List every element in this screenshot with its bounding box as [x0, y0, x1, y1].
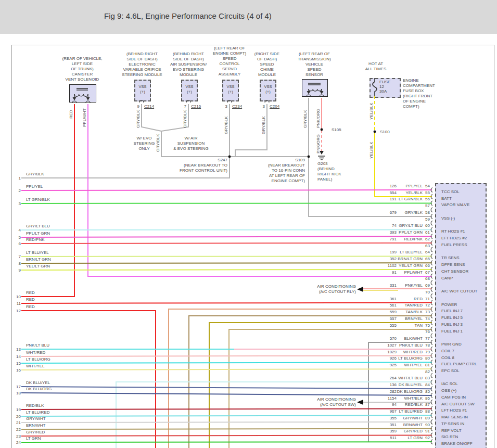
wire-label-yel-blk: YEL/BLK	[369, 103, 374, 120]
pcm-pin-number: 86	[420, 396, 430, 401]
wire-label-red: RED	[69, 110, 73, 119]
servo-pin: 3	[221, 104, 227, 109]
wire	[21, 442, 432, 442]
pcm-pin-number: 59	[420, 217, 430, 222]
wire-label-ppl-wht: PPL/WHT	[82, 108, 87, 127]
pcm-pin-cavity	[431, 334, 432, 338]
pcm-pin-cavity	[431, 373, 432, 378]
pcm-pin-cavity	[431, 287, 432, 292]
pcm-wire-color: BRN/LT GRN	[378, 257, 423, 262]
pcm-wire-color: TAN/BLK	[378, 310, 423, 315]
pcm-pin-cavity	[431, 293, 432, 298]
splice-s247-label: S247 (NEAR BREAKOUT TO FRONT CONTROL UNI…	[165, 158, 227, 173]
left-row-label: GRY/LT BLU	[26, 224, 73, 229]
left-row-number: 13	[14, 347, 21, 352]
wiring-diagram-page: Fig 9: 4.6L, Engine Performance Circuits…	[0, 0, 497, 448]
pcm-wire-color: DK BLU/ORG	[378, 389, 423, 394]
pcm-pin-number: 92	[420, 436, 430, 441]
pcm-pin-number: 79	[420, 350, 430, 355]
left-row-label: RED	[26, 297, 73, 302]
pcm-pin-number: 90	[420, 423, 430, 428]
left-row-number: 19	[14, 407, 21, 413]
left-row-label: RED/PNK	[26, 237, 73, 242]
pcm-pin-label: LFT HO2S #2	[441, 236, 488, 241]
pcm-pin-number: 84	[420, 382, 430, 388]
hot-at-all-times-label: HOT AT ALL TIMES	[355, 61, 397, 72]
pcm-wire-color: WHT/RED	[378, 350, 423, 355]
left-row-number: 15	[14, 361, 21, 366]
left-row-label: BRN/LT GRN	[26, 257, 73, 262]
left-row-label: LT GRN	[26, 436, 73, 441]
pcm-pin-label: LFT HO2S #1	[441, 408, 488, 413]
left-row-label: LT GRN/BLK	[26, 197, 73, 202]
wire-label-pnk-org: PNK/ORG	[316, 134, 321, 153]
pcm-wire-color: TAN	[378, 323, 423, 328]
evo-connector: C214	[144, 104, 154, 109]
air-pin: 7	[180, 104, 186, 109]
pcm-pin-number: 74	[420, 316, 430, 322]
pcm-pin-number: 65	[420, 257, 430, 262]
left-row-label: GRY/WHT	[26, 416, 73, 421]
pcm-pin-label: FUEL INJ 5	[441, 315, 488, 321]
left-row-number: 8	[14, 261, 21, 266]
wire-label-pnk-org: PNK/ORG	[316, 109, 321, 128]
ground-g203-label: G203 (BEHIND RIGHT KICK PANEL)	[317, 161, 354, 182]
pcm-pin-number: 58	[420, 210, 430, 215]
pcm-pin-label: RT HO2S #1	[441, 229, 488, 234]
left-row-number: 22	[14, 427, 21, 432]
pcm-pin-number: 71	[420, 297, 430, 302]
wire-label-gry-blk: GRY/BLK	[303, 110, 308, 128]
pcm-wire-color: PPL/WHT	[378, 270, 423, 275]
pcm-pin-cavity	[431, 280, 432, 285]
pcm-pin-label: OSS (+)	[441, 388, 488, 393]
left-row-label: GRY/RED	[26, 430, 73, 435]
left-row-number: 3	[14, 201, 21, 207]
pcm-pin-label: TR SENS	[441, 255, 488, 261]
left-row-label: PPL/YEL	[26, 184, 73, 189]
pcm-pin-number: 57	[420, 203, 430, 209]
left-row-label: YEL/LT GRN	[26, 264, 73, 269]
left-row-label: DK BLU/ORG	[26, 387, 73, 392]
pcm-wire-color: LT BLU/ORG	[378, 356, 423, 361]
pcm-pin-label: PWR GND	[441, 342, 488, 347]
left-row-label: PPL/LT GRN	[26, 231, 73, 236]
pcm-pin-label: DPFE SENS	[441, 262, 488, 267]
splice-s109-label: S109 (NEAR BREAKOUT TO 16-PIN CONN AT LE…	[243, 158, 305, 184]
left-row-number: 18	[14, 391, 21, 396]
pcm-pin-label: SIG RTN	[441, 434, 488, 440]
pcm-pin-number: 70	[420, 290, 430, 295]
left-row-number: 17	[14, 385, 21, 390]
pcm-pin-number: 88	[420, 409, 430, 414]
pcm-wire-color: LT GRN/BLK	[378, 197, 423, 202]
left-row-number: 11	[14, 301, 21, 306]
pcm-wire-color: BLK/WHT	[378, 336, 423, 341]
air-connector: C216	[191, 104, 201, 109]
pcm-wire-color: BRN/WHT	[378, 423, 423, 428]
pcm-wire-color: WHT/BLK	[378, 396, 423, 401]
wire-label-gry-blk: GRY/BLK	[224, 116, 228, 134]
pcm-wire-color: RED	[378, 297, 423, 302]
pcm-wire-color: PNK/LT BLU	[378, 343, 423, 348]
wire	[21, 243, 432, 244]
pcm-pin-label: BRAKE ON/OFF	[441, 441, 488, 446]
ac-cutout-sw-callout: AIR CONDITIONING (A/C CUTOUT SW)	[294, 397, 356, 407]
left-row-label: PNK/LT BLU	[26, 343, 73, 348]
left-row-number: 24	[14, 440, 21, 445]
pcm-pin-number: 75	[420, 323, 430, 328]
pcm-pin-label: FUEL PRESS	[441, 242, 488, 248]
pcm-pin-cavity	[431, 221, 432, 225]
servo-connector: C234	[232, 104, 242, 109]
pcm-wire-color: LT BLU/YEL	[378, 250, 423, 255]
pcm-pin-number: 87	[420, 402, 430, 407]
pcm-pin-number: 66	[420, 263, 430, 268]
left-row-label: DK BLU/YEL	[26, 380, 73, 386]
pcm-wire-color: WHT/YEL	[378, 363, 423, 368]
wire-label-yel-blk: YEL/BLK	[369, 142, 374, 159]
pcm-wire-color: RED/BLK	[378, 402, 423, 407]
pcm-pin-label: TP SENS IN	[441, 421, 488, 427]
left-row-number: 4	[14, 228, 21, 233]
pcm-pin-number: 54	[420, 184, 430, 189]
pcm-pin-number: 76	[420, 329, 430, 335]
pcm-pin-number: 81	[420, 363, 430, 368]
pcm-pin-cavity	[431, 208, 432, 212]
